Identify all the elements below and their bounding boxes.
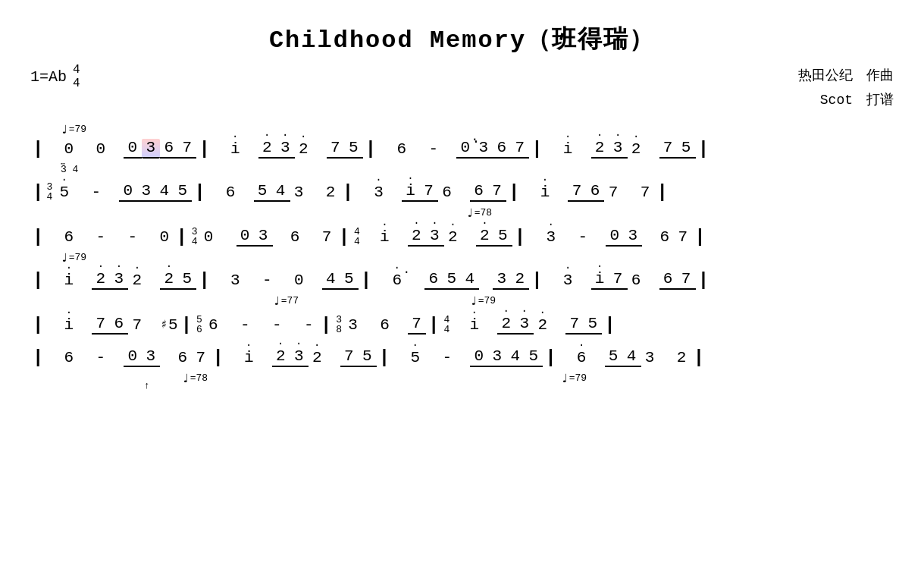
tempo-mark-1: ♩=79 <box>61 122 86 137</box>
tempo-mark-79d: ♩=79 <box>561 371 587 386</box>
meta-row: 1=Ab 4 4 热田公纪 作曲 Scot 打谱 <box>30 64 894 113</box>
staff-row-5: ♩=77 ♩=79 | i 7 6 7 ♯5 | 56 6 - - - <box>30 292 894 337</box>
composer-info: 热田公纪 作曲 Scot 打谱 <box>798 64 894 113</box>
row-line-3: | 6 - - 0 | 34 0 0 3 6 7 | 44 i <box>30 227 894 247</box>
tempo-mark-77: ♩=77 <box>273 294 299 309</box>
staff-row-6: | 6 - 0 3 6 7 | i 2 3 2 7 <box>30 337 894 369</box>
note-group: 0 3 6 7 <box>124 139 196 159</box>
staff-row-4: ♩=79 | i 2 3 2 2 5 | 3 - 0 <box>30 249 894 292</box>
song-title: Childhood Memory（班得瑞） <box>30 23 894 56</box>
staff-row-3: ♩=78 | 6 - - 0 | 34 0 0 3 6 7 | 44 <box>30 204 894 249</box>
time-signature: 4 4 <box>73 64 80 90</box>
sheet-music-page: Childhood Memory（班得瑞） 1=Ab 4 4 热田公纪 作曲 S… <box>0 0 924 578</box>
row-line-2: | 34 5 - 0 3 4 5 | 6 5 4 3 2 <box>30 182 894 203</box>
composer-line: 热田公纪 作曲 <box>798 64 894 88</box>
tempo-mark-78b: ♩=78 <box>182 371 208 386</box>
staff-row-2: ⋯ 3 4 | 34 5 - 0 3 4 5 | 6 5 <box>30 161 894 204</box>
barline: | <box>30 139 46 159</box>
row-line-5: | i 7 6 7 ♯5 | 56 6 - - - | 38 3 6 <box>30 315 894 335</box>
key-signature: 1=Ab 4 4 <box>30 64 80 90</box>
row-line-1: | 0 0 0 3 6 7 | i 2 3 2 7 5 <box>30 139 894 159</box>
row-line-7: ↑ <box>30 380 894 393</box>
tempo-mark-79b: ♩=79 <box>61 250 86 265</box>
row-line-4: | i 2 3 2 2 5 | 3 - 0 4 5 <box>30 270 894 291</box>
arranger-line: Scot 打谱 <box>798 88 894 112</box>
quarter-note-icon: ♩ <box>61 122 68 137</box>
staff-row-1: ♩=79 | 0 0 0 3 6 7 | i 2 3 2 <box>30 121 894 161</box>
row-line-6: | 6 - 0 3 6 7 | i 2 3 2 7 <box>30 347 894 368</box>
key-label: 1=Ab <box>30 68 67 86</box>
staff-row-7: ♩=78 ♩=79 ↑ <box>30 369 894 394</box>
